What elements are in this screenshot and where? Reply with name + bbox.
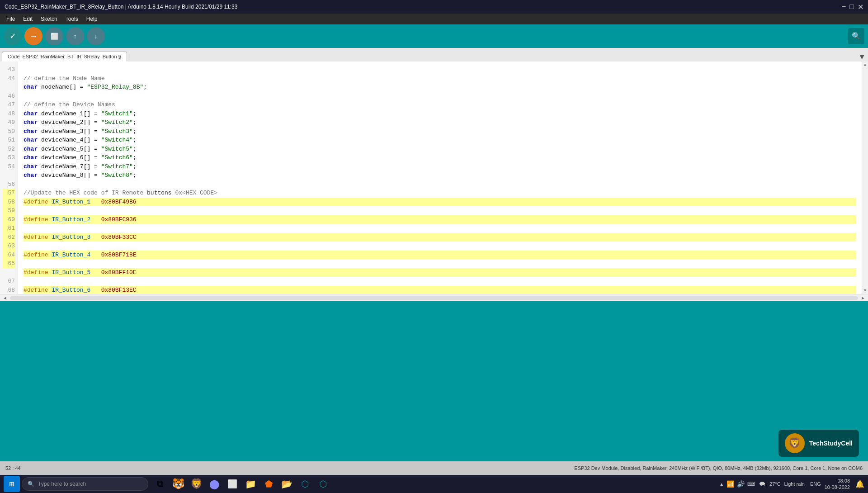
app3-button[interactable]: ⬟: [260, 476, 277, 492]
notification-button[interactable]: 🔔: [855, 480, 864, 488]
hscroll-left-arrow[interactable]: ◀: [2, 295, 8, 301]
line-numbers: 43 44 46 47 48 49 50 51 52 53 54 56 57 5…: [0, 62, 18, 294]
toolbar: ✓ → ⬜ ↑ ↓ 🔍: [0, 24, 868, 48]
weather-desc: Light rain: [784, 481, 805, 487]
explorer-button[interactable]: 🐯: [170, 476, 186, 492]
clock-time: 08:08: [825, 478, 850, 484]
file-explorer-button[interactable]: 📁: [242, 476, 259, 492]
menu-sketch[interactable]: Sketch: [37, 15, 61, 23]
network-icon: 📶: [726, 480, 734, 488]
menubar: File Edit Sketch Tools Help: [0, 14, 868, 24]
app4-button[interactable]: 📂: [278, 476, 295, 492]
hscroll-right-arrow[interactable]: ▶: [860, 295, 866, 301]
tray-icons: ▲ 📶 🔊 ⌨: [719, 480, 755, 488]
arduino-button[interactable]: ⬡: [297, 476, 313, 492]
expand-tray-button[interactable]: ▲: [719, 482, 724, 487]
weather-icon: 🌧: [759, 480, 766, 488]
search-toolbar-button[interactable]: 🔍: [848, 28, 864, 44]
titlebar-controls: − □ ✕: [842, 3, 863, 11]
tab-label: Code_ESP32_RainMaker_BT_IR_8Relay_Button…: [8, 54, 121, 59]
board-info: ESP32 Dev Module, Disabled, RainMaker, 2…: [574, 465, 863, 471]
speaker-icon: 🔊: [737, 480, 745, 488]
clock-date: 10-08-2022: [825, 484, 850, 490]
upload-button[interactable]: →: [24, 27, 42, 45]
minimize-button[interactable]: −: [842, 3, 846, 11]
system-tray: ▲ 📶 🔊 ⌨ 🌧 27°C Light rain ENG 08:08 10-0…: [719, 478, 864, 491]
maximize-button[interactable]: □: [849, 3, 854, 11]
menu-file[interactable]: File: [3, 15, 19, 23]
scroll-down-arrow[interactable]: ▼: [863, 287, 867, 294]
editor-area: 43 44 46 47 48 49 50 51 52 53 54 56 57 5…: [0, 62, 868, 301]
taskbar-search-text: Type here to search: [38, 481, 86, 487]
titlebar-title: Code_ESP32_RainMaker_BT_IR_8Relay_Button…: [5, 4, 237, 10]
avatar-emoji: 🦁: [788, 437, 801, 450]
tab-dropdown-button[interactable]: ▼: [859, 52, 864, 62]
statusbar: 52 : 44 ESP32 Dev Module, Disabled, Rain…: [0, 461, 868, 475]
taskview-button[interactable]: ⬜: [224, 476, 241, 492]
tray-time[interactable]: 08:08 10-08-2022: [825, 478, 850, 491]
taskbar-icons: ⧉ 🐯 🦁 ⬤ ⬜ 📁 ⬟ 📂 ⬡ ⬡: [152, 476, 331, 492]
tabbar: Code_ESP32_RainMaker_BT_IR_8Relay_Button…: [0, 48, 868, 62]
watermark: 🦁 TechStudyCell: [778, 430, 859, 457]
close-button[interactable]: ✕: [858, 3, 863, 11]
horizontal-scrollbar[interactable]: ◀ ▶: [0, 294, 868, 301]
taskbar: ⊞ 🔍 Type here to search ⧉ 🐯 🦁 ⬤ ⬜ 📁 ⬟ 📂 …: [0, 475, 868, 493]
active-tab[interactable]: Code_ESP32_RainMaker_BT_IR_8Relay_Button…: [2, 52, 127, 62]
menu-tools[interactable]: Tools: [62, 15, 82, 23]
vertical-scrollbar[interactable]: ▲ ▼: [862, 62, 868, 294]
titlebar: Code_ESP32_RainMaker_BT_IR_8Relay_Button…: [0, 0, 868, 14]
cursor-position: 52 : 44: [5, 465, 21, 471]
verify-button[interactable]: ✓: [4, 27, 22, 45]
cortana-button[interactable]: ⬤: [206, 476, 222, 492]
watermark-name: TechStudyCell: [809, 440, 853, 447]
start-button[interactable]: ⊞: [4, 476, 20, 492]
arduino2-button[interactable]: ⬡: [315, 476, 331, 492]
hscroll-track[interactable]: [10, 296, 858, 300]
task-view-button[interactable]: ⧉: [152, 476, 168, 492]
code-region: 43 44 46 47 48 49 50 51 52 53 54 56 57 5…: [0, 62, 868, 294]
watermark-avatar: 🦁: [785, 433, 805, 453]
new-button[interactable]: ⬜: [45, 27, 63, 45]
menu-help[interactable]: Help: [83, 15, 101, 23]
menu-edit[interactable]: Edit: [19, 15, 36, 23]
search-icon: 🔍: [28, 481, 34, 487]
save-button[interactable]: ↓: [87, 27, 105, 45]
language-indicator[interactable]: ENG: [810, 481, 821, 487]
open-button[interactable]: ↑: [66, 27, 84, 45]
app2-button[interactable]: 🦁: [188, 476, 204, 492]
scroll-up-arrow[interactable]: ▲: [863, 62, 867, 68]
temperature: 27°C: [769, 481, 781, 487]
keyboard-icon: ⌨: [747, 481, 755, 487]
code-editor[interactable]: // define the Node Name char nodeName[] …: [18, 62, 862, 294]
taskbar-search[interactable]: 🔍 Type here to search: [22, 477, 148, 491]
